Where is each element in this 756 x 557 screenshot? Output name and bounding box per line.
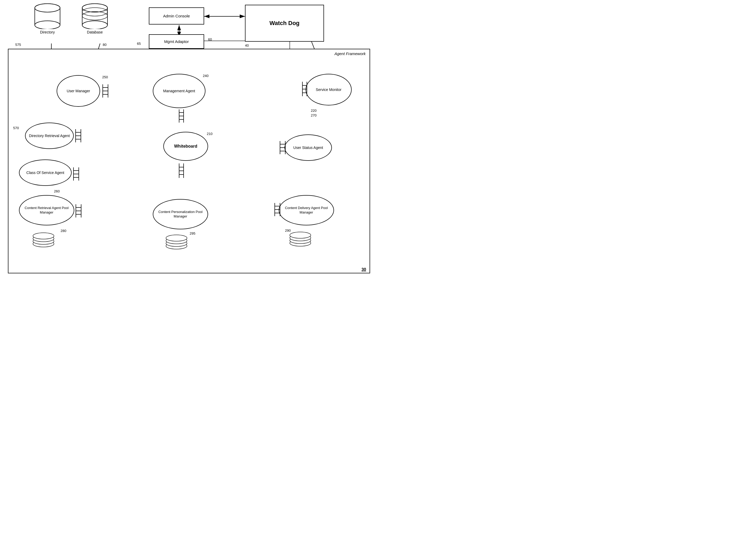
ref-60: 60	[208, 37, 212, 41]
svg-point-28	[82, 21, 107, 29]
class-of-service-agent-ellipse: Class Of Service Agent	[19, 159, 72, 186]
svg-point-79	[166, 235, 187, 241]
user-status-agent-ellipse: User Status Agent	[284, 135, 332, 161]
database-ref: 80	[103, 43, 106, 47]
content-retrieval-pool-circles	[32, 229, 55, 248]
content-personalization-ellipse: Content Personalization Pool Manager	[153, 199, 208, 229]
user-status-connector	[279, 141, 289, 154]
user-manager-connector	[101, 84, 112, 97]
figure-number: 30	[361, 267, 366, 272]
directory-cylinder: Directory	[34, 3, 61, 34]
user-status-agent-ref: 270	[311, 113, 317, 117]
directory-label: Directory	[40, 30, 55, 34]
class-of-service-agent-label: Class Of Service Agent	[26, 170, 64, 175]
svg-point-29	[82, 4, 107, 12]
whiteboard-ref: 210	[207, 132, 213, 136]
svg-point-24	[35, 21, 60, 29]
content-delivery-pool-circles	[288, 229, 312, 247]
service-monitor-label: Service Monitor	[316, 87, 341, 92]
cos-agent-connector	[72, 167, 83, 181]
admin-console-box: Admin Console	[149, 7, 204, 25]
class-of-service-agent-ref: 260	[54, 189, 60, 193]
content-personalization-pool-circles	[165, 231, 188, 250]
watchdog-ref: 40	[245, 43, 249, 48]
directory-retrieval-connector	[74, 129, 85, 142]
user-manager-ref: 250	[102, 75, 108, 79]
whiteboard-label: Whiteboard	[174, 144, 197, 149]
management-agent-connector	[178, 109, 186, 123]
user-manager-ellipse: User Manager	[57, 75, 100, 107]
content-personalization-label: Content Personalization Pool Manager	[153, 210, 208, 219]
directory-retrieval-agent-label: Directory Retrieval Agent	[29, 134, 70, 138]
mgmt-adaptor-box: Mgmt Adaptor	[149, 34, 204, 49]
watchdog-box: Watch Dog	[245, 5, 324, 42]
diagram-container: Directory 575 Database 80 Admin Console …	[0, 0, 378, 278]
content-personalization-connector	[178, 164, 186, 178]
whiteboard-ellipse: Whiteboard	[163, 132, 208, 161]
directory-retrieval-agent-ellipse: Directory Retrieval Agent	[25, 123, 74, 149]
management-agent-label: Management Agent	[163, 89, 195, 93]
database-label: Database	[87, 30, 103, 34]
directory-retrieval-ref: 570	[13, 126, 19, 130]
management-agent-ref: 240	[203, 74, 209, 78]
mgmt-adaptor-label: Mgmt Adaptor	[164, 39, 189, 44]
content-retrieval-connector	[74, 204, 85, 217]
content-retrieval-ref: 280	[61, 229, 66, 233]
user-manager-label: User Manager	[67, 89, 90, 93]
service-monitor-ellipse: Service Monitor	[306, 74, 352, 106]
directory-ref: 575	[15, 43, 21, 47]
user-status-agent-label: User Status Agent	[293, 145, 323, 150]
content-personalization-ref: 295	[190, 231, 195, 235]
content-delivery-label: Content Delivery Agent Pool Manager	[279, 206, 334, 215]
content-delivery-connector	[274, 203, 283, 216]
content-retrieval-label: Content Retrieval Agent Pool Manager	[20, 206, 74, 215]
database-cylinder: Database	[82, 3, 108, 34]
mgmt-adaptor-ref: 65	[137, 42, 141, 46]
watchdog-label: Watch Dog	[270, 20, 300, 27]
svg-point-70	[33, 233, 54, 239]
management-agent-ellipse: Management Agent	[153, 74, 206, 108]
service-monitor-ref: 220	[311, 109, 317, 113]
agent-framework-label: Agent Framework	[335, 51, 366, 56]
service-monitor-connector	[301, 82, 309, 96]
svg-point-25	[35, 4, 60, 12]
admin-console-label: Admin Console	[163, 14, 190, 18]
svg-point-88	[290, 232, 311, 238]
content-delivery-ellipse: Content Delivery Agent Pool Manager	[279, 195, 334, 225]
content-retrieval-ellipse: Content Retrieval Agent Pool Manager	[19, 195, 74, 225]
